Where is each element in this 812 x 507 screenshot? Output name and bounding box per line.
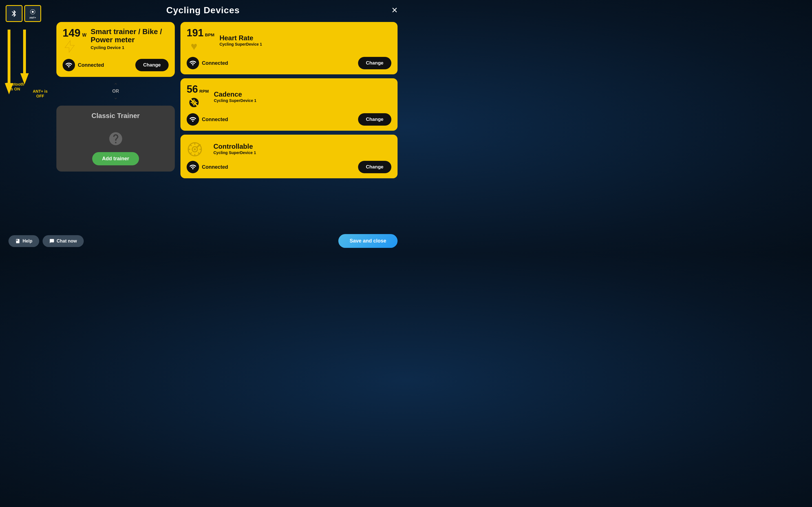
wifi-icon — [189, 116, 197, 123]
smart-trainer-unit: W — [82, 33, 86, 38]
bottom-left-buttons: Help Chat now — [8, 235, 84, 247]
heart-rate-status: Connected — [202, 60, 228, 66]
heart-rate-card: 191 BPM ♥ Heart Rate Cycling SuperDevice… — [181, 22, 398, 74]
left-column: 149 W Smart trainer / Bike / Power meter… — [56, 22, 175, 178]
cadence-unit: RPM — [199, 89, 209, 94]
controllable-change-button[interactable]: Change — [358, 161, 391, 173]
heart-rate-unit: BPM — [205, 33, 214, 37]
cadence-device: Cycling SuperDevice 1 — [214, 98, 391, 103]
heart-icon: ♥ — [187, 39, 201, 54]
heart-rate-device: Cycling SuperDevice 1 — [219, 42, 391, 47]
controllable-card: Controllable Cycling SuperDevice 1 Conne… — [181, 135, 398, 178]
or-divider: ⌃ OR ⌄ — [56, 81, 175, 101]
smart-trainer-connected-badge: Connected — [63, 59, 104, 71]
wifi-icon — [63, 59, 75, 71]
or-text: OR — [112, 89, 119, 94]
antplus-annotation-label: ANT+ is OFF — [27, 89, 54, 98]
smart-trainer-device: Cycling Device 1 — [91, 45, 168, 50]
cadence-name: Cadence — [214, 91, 391, 98]
cadence-card: 56 RPM Cadence C — [181, 78, 398, 131]
controllable-icon — [187, 141, 203, 158]
right-column: 191 BPM ♥ Heart Rate Cycling SuperDevice… — [181, 22, 398, 178]
chat-now-button[interactable]: Chat now — [43, 235, 84, 247]
controllable-device: Cycling SuperDevice 1 — [213, 151, 391, 155]
svg-marker-2 — [20, 30, 29, 84]
heart-rate-name: Heart Rate — [219, 34, 391, 42]
cadence-value: 56 — [187, 83, 198, 95]
controllable-status: Connected — [202, 164, 228, 170]
cadence-status: Connected — [202, 117, 228, 122]
bluetooth-icon-button[interactable] — [6, 5, 22, 22]
cadence-icon — [187, 95, 201, 110]
classic-trainer-card: Classic Trainer Add trainer — [56, 106, 175, 172]
bottom-bar: Help Chat now Save and close — [0, 234, 406, 248]
smart-trainer-name: Smart trainer / Bike / Power meter — [91, 27, 168, 44]
heart-rate-change-button[interactable]: Change — [358, 57, 391, 69]
question-mark-icon — [108, 131, 123, 147]
lightning-icon — [63, 40, 77, 54]
header: Cycling Devices × — [0, 0, 406, 20]
antplus-icon-button[interactable]: ANT+ — [24, 5, 41, 22]
svg-point-10 — [194, 149, 196, 151]
svg-marker-3 — [65, 41, 74, 52]
cadence-change-button[interactable]: Change — [358, 113, 391, 126]
heart-rate-value: 191 — [187, 27, 204, 39]
controllable-name: Controllable — [213, 143, 391, 151]
connection-icons-group: ANT+ — [6, 5, 41, 22]
main-content: 149 W Smart trainer / Bike / Power meter… — [0, 22, 406, 178]
chevron-up-icon: ⌃ — [113, 82, 118, 88]
page-title: Cycling Devices — [166, 5, 240, 15]
smart-trainer-card: 149 W Smart trainer / Bike / Power meter… — [56, 22, 175, 77]
classic-trainer-title: Classic Trainer — [63, 112, 168, 120]
book-icon — [15, 238, 20, 244]
smart-trainer-status: Connected — [78, 62, 104, 68]
add-trainer-button[interactable]: Add trainer — [92, 152, 139, 165]
save-and-close-button[interactable]: Save and close — [338, 234, 398, 248]
help-button[interactable]: Help — [8, 235, 39, 247]
close-button[interactable]: × — [392, 5, 398, 15]
wifi-icon — [189, 163, 197, 171]
wifi-icon — [189, 59, 197, 67]
chevron-down-icon: ⌄ — [113, 94, 118, 100]
chat-icon — [49, 238, 54, 244]
bluetooth-annotation-label: Bluetooth is ON — [2, 82, 28, 91]
smart-trainer-change-button[interactable]: Change — [135, 59, 168, 71]
svg-point-0 — [32, 11, 34, 13]
smart-trainer-value: 149 — [63, 27, 80, 38]
